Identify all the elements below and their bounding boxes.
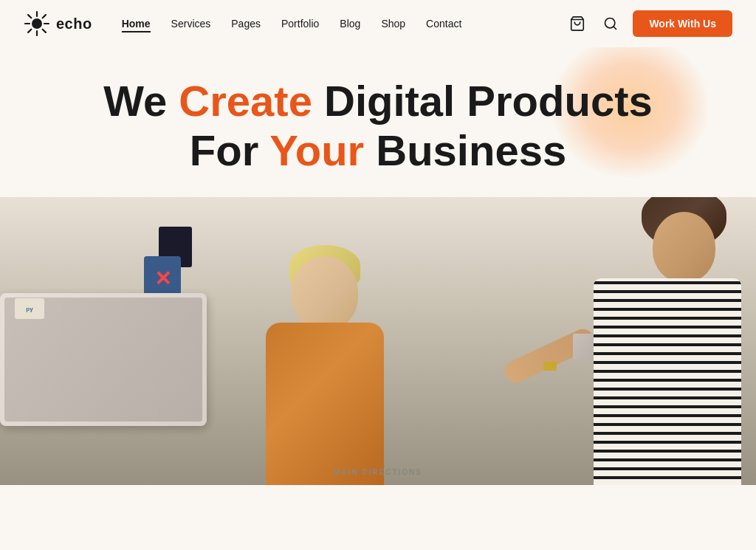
- svg-line-11: [614, 27, 616, 30]
- laptop-monitor: py: [0, 293, 207, 426]
- navbar-right: Work With Us: [566, 10, 732, 37]
- hero-line2: For Your Business: [190, 126, 566, 174]
- nav-link-services[interactable]: Services: [171, 18, 211, 30]
- person1: [207, 204, 443, 485]
- person1-body: [266, 323, 384, 485]
- laptop-sticker: py: [15, 298, 44, 319]
- hero-title: We Create Digital Products For Your Busi…: [24, 77, 732, 175]
- logo[interactable]: echo: [24, 10, 92, 37]
- navbar: echo Home Services Pages Portfolio Blog …: [0, 0, 756, 47]
- person2-torso: [594, 278, 741, 485]
- nav-item-services[interactable]: Services: [171, 17, 211, 30]
- hero-line1: We Create Digital Products: [103, 77, 652, 125]
- nav-link-blog[interactable]: Blog: [340, 18, 360, 30]
- person2: [475, 197, 756, 485]
- search-icon: [603, 16, 618, 31]
- svg-line-6: [43, 30, 46, 32]
- hero-line2-suffix: Business: [364, 126, 566, 174]
- nav-item-home[interactable]: Home: [122, 17, 151, 30]
- hero-section: We Create Digital Products For Your Busi…: [0, 47, 756, 175]
- svg-line-7: [43, 15, 46, 18]
- hero-line1-highlight: Create: [179, 77, 312, 125]
- nav-links: Home Services Pages Portfolio Blog Shop …: [122, 17, 462, 30]
- hero-image-container: ✕ ♥ py MAIN DIRECTIONS: [0, 197, 756, 485]
- nav-item-shop[interactable]: Shop: [381, 17, 405, 30]
- cart-button[interactable]: [566, 13, 588, 35]
- hero-line2-highlight: Your: [269, 126, 364, 174]
- hero-line1-prefix: We: [103, 77, 179, 125]
- nav-link-portfolio[interactable]: Portfolio: [281, 18, 319, 30]
- watch: [543, 362, 557, 371]
- svg-line-5: [28, 15, 31, 18]
- cup: [573, 334, 594, 360]
- nav-link-home[interactable]: Home: [122, 18, 151, 32]
- cart-icon: [569, 16, 585, 32]
- nav-link-shop[interactable]: Shop: [381, 18, 405, 30]
- person1-head: [292, 256, 358, 330]
- main-directions-label: MAIN DIRECTIONS: [334, 468, 422, 476]
- nav-link-contact[interactable]: Contact: [426, 18, 461, 30]
- svg-line-8: [28, 30, 31, 32]
- nav-item-blog[interactable]: Blog: [340, 17, 360, 30]
- navbar-left: echo Home Services Pages Portfolio Blog …: [24, 10, 461, 37]
- nav-link-pages[interactable]: Pages: [231, 18, 261, 30]
- nav-item-pages[interactable]: Pages: [231, 17, 261, 30]
- nav-item-portfolio[interactable]: Portfolio: [281, 17, 319, 30]
- person2-head: [653, 212, 715, 282]
- nav-item-contact[interactable]: Contact: [426, 17, 461, 30]
- search-button[interactable]: [600, 13, 621, 34]
- logo-text: echo: [56, 16, 92, 32]
- work-with-us-button[interactable]: Work With Us: [633, 10, 732, 37]
- hero-line2-prefix: For: [190, 126, 270, 174]
- hero-scene: ✕ ♥ py MAIN DIRECTIONS: [0, 197, 756, 485]
- svg-point-0: [32, 18, 42, 29]
- hero-line1-suffix: Digital Products: [312, 77, 653, 125]
- logo-icon: [24, 10, 50, 37]
